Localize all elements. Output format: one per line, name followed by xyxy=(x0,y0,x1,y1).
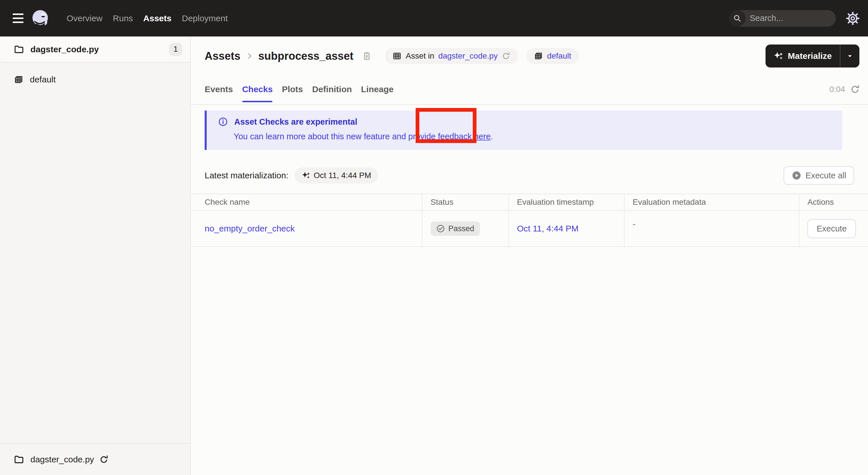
copy-asset-name-icon[interactable] xyxy=(362,51,372,61)
top-navbar: Overview Runs Assets Deployment / xyxy=(0,0,868,36)
table-row: no_empty_order_check Passed Oct 11, 4:44… xyxy=(191,211,868,247)
tab-definition[interactable]: Definition xyxy=(312,74,352,104)
execute-all-button[interactable]: Execute all xyxy=(784,166,854,185)
sidebar-code-location[interactable]: dagster_code.py xyxy=(0,443,190,475)
nav-item-deployment[interactable]: Deployment xyxy=(182,13,228,23)
folder-icon xyxy=(14,454,24,465)
asset-definition-chip: Asset in dagster_code.py xyxy=(385,48,518,64)
chevron-right-icon xyxy=(245,52,254,60)
breadcrumb: Assets subprocess_asset xyxy=(205,50,372,62)
search-input[interactable] xyxy=(746,13,836,23)
checks-table: Check name Status Evaluation timestamp E… xyxy=(191,194,868,247)
sparkle-icon xyxy=(774,51,783,61)
tab-checks[interactable]: Checks xyxy=(242,74,273,104)
asset-sidebar: dagster_code.py 1 default dagster_code.p… xyxy=(0,36,191,475)
feedback-link[interactable]: here xyxy=(474,132,491,141)
execute-all-label: Execute all xyxy=(805,171,846,180)
sparkle-icon xyxy=(302,171,310,180)
refresh-icon[interactable] xyxy=(850,84,860,94)
primary-nav: Overview Runs Assets Deployment xyxy=(67,13,228,23)
column-header-status: Status xyxy=(423,194,509,210)
sidebar-item-label: dagster_code.py xyxy=(30,44,99,54)
execute-button[interactable]: Execute xyxy=(807,219,856,238)
caret-down-icon xyxy=(846,52,854,60)
table-header: Check name Status Evaluation timestamp E… xyxy=(191,194,868,211)
status-label: Passed xyxy=(448,224,474,233)
asset-header: Assets subprocess_asset Asset in dagster… xyxy=(205,43,859,68)
latest-materialization-label: Latest materialization: xyxy=(205,171,288,180)
refresh-icon[interactable] xyxy=(502,52,510,60)
column-header-evaluation-metadata: Evaluation metadata xyxy=(625,194,799,210)
asset-group-icon xyxy=(534,51,543,61)
settings-gear-icon[interactable] xyxy=(846,12,859,25)
refresh-timer: 0:04 xyxy=(830,85,845,94)
page-title: subprocess_asset xyxy=(258,50,353,62)
chip-prefix: Asset in xyxy=(406,51,434,61)
main-content: Assets subprocess_asset Asset in dagster… xyxy=(191,36,868,475)
banner-body-period: . xyxy=(491,132,493,141)
nav-item-runs[interactable]: Runs xyxy=(113,13,133,23)
materialize-button[interactable]: Materialize xyxy=(766,44,840,67)
check-circle-icon xyxy=(436,224,445,233)
dagster-logo-icon[interactable] xyxy=(31,9,50,28)
sidebar-item-dagster-code[interactable]: dagster_code.py 1 xyxy=(0,36,190,63)
search-icon xyxy=(729,10,746,27)
banner-body: You can learn more about this new featur… xyxy=(234,132,834,141)
code-file-link[interactable]: dagster_code.py xyxy=(438,51,498,61)
asset-table-icon xyxy=(392,51,402,61)
tab-events[interactable]: Events xyxy=(205,74,233,104)
asset-tabs: Events Checks Plots Definition Lineage 0… xyxy=(191,74,868,105)
asset-group-chip: default xyxy=(526,48,579,64)
info-icon xyxy=(218,117,228,127)
reload-icon[interactable] xyxy=(99,455,108,464)
banner-body-text: You can learn more about this new featur… xyxy=(234,132,472,141)
group-default-link[interactable]: default xyxy=(547,51,571,61)
sidebar-item-label: default xyxy=(30,75,56,84)
code-location-label: dagster_code.py xyxy=(30,455,94,464)
column-header-check-name: Check name xyxy=(191,194,423,210)
materialize-button-group: Materialize xyxy=(766,44,859,67)
materialize-dropdown-button[interactable] xyxy=(840,44,859,67)
menu-icon[interactable] xyxy=(9,9,28,28)
latest-materialization-chip[interactable]: Oct 11, 4:44 PM xyxy=(295,168,378,183)
global-search[interactable]: / xyxy=(729,10,836,27)
nav-item-overview[interactable]: Overview xyxy=(67,13,102,23)
status-badge: Passed xyxy=(431,221,480,236)
sidebar-item-default-group[interactable]: default xyxy=(0,70,190,89)
latest-materialization-row: Latest materialization: Oct 11, 4:44 PM … xyxy=(205,166,854,185)
evaluation-metadata-value: - xyxy=(632,219,636,229)
asset-group-icon xyxy=(14,75,24,84)
tab-lineage[interactable]: Lineage xyxy=(361,74,394,104)
play-circle-icon xyxy=(792,171,801,180)
breadcrumb-assets-link[interactable]: Assets xyxy=(205,50,241,62)
materialize-label: Materialize xyxy=(788,51,832,61)
asset-count-badge: 1 xyxy=(169,43,182,56)
nav-item-assets[interactable]: Assets xyxy=(143,13,172,23)
column-header-evaluation-timestamp: Evaluation timestamp xyxy=(509,194,625,210)
column-header-actions: Actions xyxy=(799,194,868,210)
folder-icon xyxy=(14,44,24,55)
latest-materialization-timestamp: Oct 11, 4:44 PM xyxy=(314,171,371,180)
evaluation-timestamp-link[interactable]: Oct 11, 4:44 PM xyxy=(517,224,579,234)
banner-title: Asset Checks are experimental xyxy=(234,117,358,127)
experimental-banner: Asset Checks are experimental You can le… xyxy=(205,111,842,150)
check-name-link[interactable]: no_empty_order_check xyxy=(205,224,295,234)
tab-plots[interactable]: Plots xyxy=(282,74,303,104)
